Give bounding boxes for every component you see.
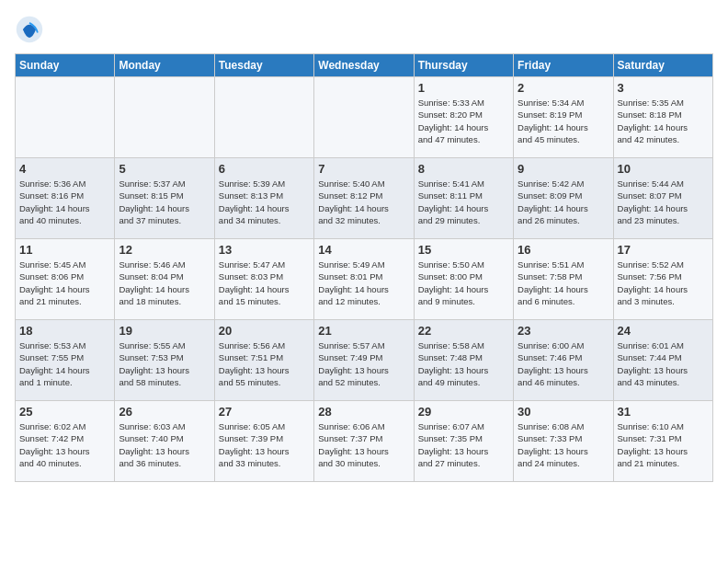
day-number: 22 bbox=[418, 324, 509, 338]
day-number: 25 bbox=[19, 405, 110, 419]
day-number: 23 bbox=[518, 324, 609, 338]
header-cell-wednesday: Wednesday bbox=[314, 54, 414, 77]
calendar-cell: 30Sunrise: 6:08 AM Sunset: 7:33 PM Dayli… bbox=[514, 401, 613, 482]
header-row: SundayMondayTuesdayWednesdayThursdayFrid… bbox=[16, 54, 713, 77]
calendar-cell: 16Sunrise: 5:51 AM Sunset: 7:58 PM Dayli… bbox=[514, 239, 613, 320]
calendar-cell: 7Sunrise: 5:40 AM Sunset: 8:12 PM Daylig… bbox=[314, 158, 414, 239]
calendar-cell: 3Sunrise: 5:35 AM Sunset: 8:18 PM Daylig… bbox=[613, 77, 712, 158]
header-cell-saturday: Saturday bbox=[613, 54, 712, 77]
day-info: Sunrise: 5:42 AM Sunset: 8:09 PM Dayligh… bbox=[518, 178, 609, 226]
header-cell-friday: Friday bbox=[514, 54, 613, 77]
day-number: 10 bbox=[618, 162, 709, 176]
day-number: 16 bbox=[518, 243, 609, 257]
day-info: Sunrise: 5:47 AM Sunset: 8:03 PM Dayligh… bbox=[219, 259, 310, 307]
calendar-cell: 24Sunrise: 6:01 AM Sunset: 7:44 PM Dayli… bbox=[613, 320, 712, 401]
day-info: Sunrise: 6:05 AM Sunset: 7:39 PM Dayligh… bbox=[219, 420, 310, 469]
day-info: Sunrise: 6:10 AM Sunset: 7:31 PM Dayligh… bbox=[618, 420, 709, 469]
day-number: 31 bbox=[618, 405, 709, 419]
day-info: Sunrise: 6:07 AM Sunset: 7:35 PM Dayligh… bbox=[418, 420, 509, 469]
calendar-cell: 5Sunrise: 5:37 AM Sunset: 8:15 PM Daylig… bbox=[115, 158, 214, 239]
day-info: Sunrise: 5:58 AM Sunset: 7:48 PM Dayligh… bbox=[418, 339, 509, 388]
day-number: 29 bbox=[418, 405, 509, 419]
day-info: Sunrise: 5:49 AM Sunset: 8:01 PM Dayligh… bbox=[318, 259, 409, 307]
day-number: 17 bbox=[618, 243, 709, 257]
calendar-cell: 13Sunrise: 5:47 AM Sunset: 8:03 PM Dayli… bbox=[214, 239, 313, 320]
day-info: Sunrise: 5:57 AM Sunset: 7:49 PM Dayligh… bbox=[318, 339, 409, 388]
header-cell-tuesday: Tuesday bbox=[214, 54, 313, 77]
calendar-cell: 29Sunrise: 6:07 AM Sunset: 7:35 PM Dayli… bbox=[414, 401, 513, 482]
week-row-4: 18Sunrise: 5:53 AM Sunset: 7:55 PM Dayli… bbox=[16, 320, 713, 401]
day-number: 9 bbox=[518, 162, 609, 176]
generalblue-logo-icon bbox=[15, 15, 44, 44]
day-info: Sunrise: 6:01 AM Sunset: 7:44 PM Dayligh… bbox=[618, 339, 709, 388]
calendar-header: SundayMondayTuesdayWednesdayThursdayFrid… bbox=[16, 54, 713, 77]
calendar-cell: 11Sunrise: 5:45 AM Sunset: 8:06 PM Dayli… bbox=[16, 239, 115, 320]
day-info: Sunrise: 5:37 AM Sunset: 8:15 PM Dayligh… bbox=[119, 178, 210, 226]
day-info: Sunrise: 5:33 AM Sunset: 8:20 PM Dayligh… bbox=[418, 97, 509, 145]
day-info: Sunrise: 5:53 AM Sunset: 7:55 PM Dayligh… bbox=[19, 339, 110, 388]
calendar-cell bbox=[314, 77, 414, 158]
day-info: Sunrise: 5:50 AM Sunset: 8:00 PM Dayligh… bbox=[418, 259, 509, 307]
calendar-cell: 14Sunrise: 5:49 AM Sunset: 8:01 PM Dayli… bbox=[314, 239, 414, 320]
calendar-cell: 31Sunrise: 6:10 AM Sunset: 7:31 PM Dayli… bbox=[613, 401, 712, 482]
calendar-cell: 18Sunrise: 5:53 AM Sunset: 7:55 PM Dayli… bbox=[16, 320, 115, 401]
week-row-1: 1Sunrise: 5:33 AM Sunset: 8:20 PM Daylig… bbox=[16, 77, 713, 158]
day-info: Sunrise: 5:45 AM Sunset: 8:06 PM Dayligh… bbox=[19, 259, 110, 307]
calendar-cell: 26Sunrise: 6:03 AM Sunset: 7:40 PM Dayli… bbox=[115, 401, 214, 482]
calendar-cell: 9Sunrise: 5:42 AM Sunset: 8:09 PM Daylig… bbox=[514, 158, 613, 239]
day-info: Sunrise: 6:00 AM Sunset: 7:46 PM Dayligh… bbox=[518, 339, 609, 388]
day-info: Sunrise: 5:41 AM Sunset: 8:11 PM Dayligh… bbox=[418, 178, 509, 226]
calendar-cell bbox=[115, 77, 214, 158]
day-number: 3 bbox=[618, 81, 709, 95]
day-number: 1 bbox=[418, 81, 509, 95]
day-number: 11 bbox=[19, 243, 110, 257]
day-info: Sunrise: 5:44 AM Sunset: 8:07 PM Dayligh… bbox=[618, 178, 709, 226]
day-number: 27 bbox=[219, 405, 310, 419]
day-info: Sunrise: 5:52 AM Sunset: 7:56 PM Dayligh… bbox=[618, 259, 709, 307]
header-cell-sunday: Sunday bbox=[16, 54, 115, 77]
day-info: Sunrise: 5:35 AM Sunset: 8:18 PM Dayligh… bbox=[618, 97, 709, 145]
day-info: Sunrise: 5:46 AM Sunset: 8:04 PM Dayligh… bbox=[119, 259, 210, 307]
day-info: Sunrise: 6:03 AM Sunset: 7:40 PM Dayligh… bbox=[119, 420, 210, 469]
day-number: 26 bbox=[119, 405, 210, 419]
day-number: 8 bbox=[418, 162, 509, 176]
day-number: 15 bbox=[418, 243, 509, 257]
header-cell-monday: Monday bbox=[115, 54, 214, 77]
calendar-cell: 8Sunrise: 5:41 AM Sunset: 8:11 PM Daylig… bbox=[414, 158, 513, 239]
day-info: Sunrise: 6:06 AM Sunset: 7:37 PM Dayligh… bbox=[318, 420, 409, 469]
calendar-cell: 20Sunrise: 5:56 AM Sunset: 7:51 PM Dayli… bbox=[214, 320, 313, 401]
logo bbox=[15, 15, 50, 44]
day-info: Sunrise: 5:40 AM Sunset: 8:12 PM Dayligh… bbox=[318, 178, 409, 226]
day-number: 14 bbox=[318, 243, 409, 257]
calendar-cell: 12Sunrise: 5:46 AM Sunset: 8:04 PM Dayli… bbox=[115, 239, 214, 320]
calendar-cell: 28Sunrise: 6:06 AM Sunset: 7:37 PM Dayli… bbox=[314, 401, 414, 482]
day-info: Sunrise: 5:34 AM Sunset: 8:19 PM Dayligh… bbox=[518, 97, 609, 145]
day-info: Sunrise: 6:02 AM Sunset: 7:42 PM Dayligh… bbox=[19, 420, 110, 469]
calendar-cell: 23Sunrise: 6:00 AM Sunset: 7:46 PM Dayli… bbox=[514, 320, 613, 401]
day-number: 13 bbox=[219, 243, 310, 257]
day-number: 28 bbox=[318, 405, 409, 419]
calendar-cell: 10Sunrise: 5:44 AM Sunset: 8:07 PM Dayli… bbox=[613, 158, 712, 239]
day-info: Sunrise: 5:55 AM Sunset: 7:53 PM Dayligh… bbox=[119, 339, 210, 388]
calendar-cell: 6Sunrise: 5:39 AM Sunset: 8:13 PM Daylig… bbox=[214, 158, 313, 239]
calendar-cell: 27Sunrise: 6:05 AM Sunset: 7:39 PM Dayli… bbox=[214, 401, 313, 482]
day-number: 19 bbox=[119, 324, 210, 338]
header-cell-thursday: Thursday bbox=[414, 54, 513, 77]
calendar-cell: 22Sunrise: 5:58 AM Sunset: 7:48 PM Dayli… bbox=[414, 320, 513, 401]
calendar-cell: 2Sunrise: 5:34 AM Sunset: 8:19 PM Daylig… bbox=[514, 77, 613, 158]
calendar-cell: 21Sunrise: 5:57 AM Sunset: 7:49 PM Dayli… bbox=[314, 320, 414, 401]
week-row-2: 4Sunrise: 5:36 AM Sunset: 8:16 PM Daylig… bbox=[16, 158, 713, 239]
week-row-5: 25Sunrise: 6:02 AM Sunset: 7:42 PM Dayli… bbox=[16, 401, 713, 482]
calendar-cell: 4Sunrise: 5:36 AM Sunset: 8:16 PM Daylig… bbox=[16, 158, 115, 239]
day-number: 21 bbox=[318, 324, 409, 338]
calendar-cell: 15Sunrise: 5:50 AM Sunset: 8:00 PM Dayli… bbox=[414, 239, 513, 320]
page-header bbox=[15, 15, 713, 44]
calendar-cell: 25Sunrise: 6:02 AM Sunset: 7:42 PM Dayli… bbox=[16, 401, 115, 482]
day-info: Sunrise: 6:08 AM Sunset: 7:33 PM Dayligh… bbox=[518, 420, 609, 469]
calendar-body: 1Sunrise: 5:33 AM Sunset: 8:20 PM Daylig… bbox=[16, 77, 713, 482]
calendar-cell bbox=[214, 77, 313, 158]
day-info: Sunrise: 5:36 AM Sunset: 8:16 PM Dayligh… bbox=[19, 178, 110, 226]
day-number: 2 bbox=[518, 81, 609, 95]
day-number: 30 bbox=[518, 405, 609, 419]
day-number: 4 bbox=[19, 162, 110, 176]
